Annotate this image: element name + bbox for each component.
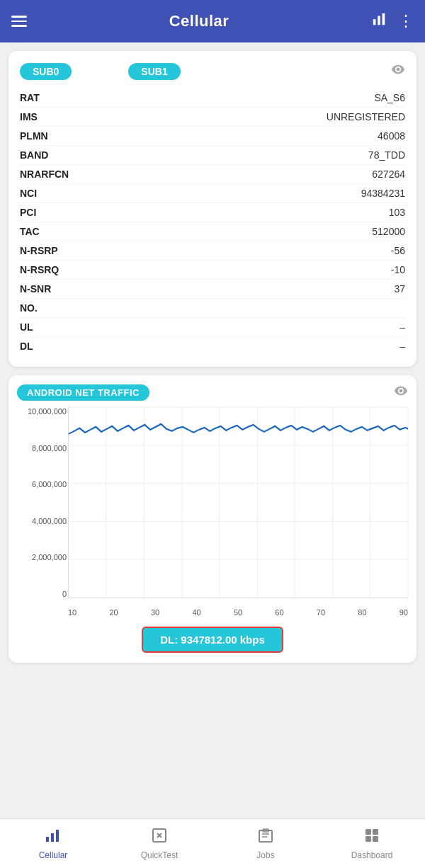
chart-title-badge: ANDROID NET TRAFFIC (17, 384, 149, 401)
svg-rect-31 (373, 836, 378, 842)
nav-item-cellular[interactable]: Cellular (0, 827, 106, 860)
svg-rect-1 (378, 16, 380, 25)
info-label: RAT (20, 92, 98, 103)
info-label: IMS (20, 111, 98, 122)
y-label-4m: 4,000,000 (32, 517, 67, 525)
svg-rect-19 (51, 833, 54, 842)
info-row: DL – (20, 337, 405, 355)
info-label: NRARFCN (20, 169, 98, 180)
y-label-2m: 2,000,000 (32, 553, 67, 561)
info-value: 103 (98, 207, 405, 218)
chart-y-labels: 10,000,000 8,000,000 6,000,000 4,000,000… (17, 407, 67, 598)
x-label-80: 80 (358, 608, 366, 617)
y-label-8m: 8,000,000 (32, 444, 67, 452)
info-label: UL (20, 321, 98, 333)
info-row: NCI 94384231 (20, 184, 405, 203)
cellular-icon (45, 827, 62, 848)
nav-label-dashboard: Dashboard (351, 850, 393, 860)
dl-badge-container: DL: 9347812.00 kbps (17, 627, 408, 653)
svg-rect-30 (366, 836, 371, 842)
svg-rect-28 (366, 829, 371, 835)
info-row: PCI 103 (20, 203, 405, 222)
chart-area: 10,000,000 8,000,000 6,000,000 4,000,000… (17, 407, 408, 619)
info-row: IMS UNREGISTERED (20, 108, 405, 127)
x-label-60: 60 (275, 608, 283, 617)
bar-chart-icon[interactable] (371, 11, 387, 31)
app-header: Cellular ⋮ (0, 0, 425, 42)
x-label-50: 50 (234, 608, 242, 617)
header-actions: ⋮ (371, 11, 414, 31)
info-label: PCI (20, 207, 98, 218)
nav-label-jobs: Jobs (256, 850, 274, 860)
nav-item-quicktest[interactable]: QuickTest (106, 827, 212, 860)
info-row: PLMN 46008 (20, 127, 405, 146)
info-row: NRARFCN 627264 (20, 165, 405, 184)
sub1-tab[interactable]: SUB1 (128, 63, 180, 80)
sim-info-card: SUB0 SUB1 RAT SA_S6 IMS UNREGISTERED PLM… (8, 51, 416, 367)
chart-x-labels: 10 20 30 40 50 60 70 80 90 (68, 605, 408, 619)
chart-eye-icon[interactable] (394, 384, 408, 401)
nav-item-jobs[interactable]: Jobs (212, 827, 319, 860)
info-row: NO. (20, 299, 405, 318)
chart-plot (68, 407, 408, 598)
info-value: SA_S6 (98, 92, 405, 103)
info-label: DL (20, 341, 98, 352)
info-row: N-RSRQ -10 (20, 261, 405, 280)
info-row: TAC 512000 (20, 222, 405, 241)
info-row: N-SNR 37 (20, 280, 405, 299)
svg-rect-0 (373, 19, 376, 25)
info-value: 94384231 (98, 188, 405, 199)
y-label-10m: 10,000,000 (28, 407, 67, 416)
info-value: – (98, 321, 405, 333)
nav-item-dashboard[interactable]: Dashboard (319, 827, 425, 860)
chart-header: ANDROID NET TRAFFIC (17, 384, 408, 401)
info-row: RAT SA_S6 (20, 88, 405, 108)
sim-tabs-row: SUB0 SUB1 (20, 62, 405, 80)
info-label: PLMN (20, 130, 98, 142)
info-value: 512000 (98, 226, 405, 237)
svg-rect-2 (382, 13, 385, 25)
info-value: UNREGISTERED (98, 111, 405, 122)
svg-rect-29 (373, 829, 378, 835)
info-label: NO. (20, 302, 98, 314)
y-label-0: 0 (62, 590, 67, 598)
info-value: 37 (98, 283, 405, 295)
sim-tabs: SUB0 SUB1 (20, 63, 181, 80)
info-rows: RAT SA_S6 IMS UNREGISTERED PLMN 46008 BA… (20, 88, 405, 355)
dl-badge: DL: 9347812.00 kbps (142, 627, 283, 653)
x-label-30: 30 (151, 608, 159, 617)
info-value: 46008 (98, 130, 405, 142)
info-label: N-SNR (20, 283, 98, 295)
x-label-90: 90 (400, 608, 408, 617)
sub0-tab[interactable]: SUB0 (20, 63, 72, 80)
x-label-70: 70 (317, 608, 325, 617)
info-value: -56 (98, 245, 405, 256)
chart-card: ANDROID NET TRAFFIC 10,000,000 8,000,000… (8, 375, 416, 663)
info-label: NCI (20, 188, 98, 199)
jobs-icon (257, 827, 274, 848)
svg-rect-18 (46, 837, 49, 842)
more-vert-icon[interactable]: ⋮ (398, 12, 414, 30)
chart-svg (69, 407, 408, 598)
info-value: – (98, 341, 405, 352)
quicktest-icon (151, 827, 168, 848)
info-row: N-RSRP -56 (20, 241, 405, 261)
nav-label-cellular: Cellular (39, 850, 68, 860)
info-label: N-RSRQ (20, 264, 98, 275)
info-row: UL – (20, 318, 405, 337)
nav-label-quicktest: QuickTest (141, 850, 178, 860)
main-content: SUB0 SUB1 RAT SA_S6 IMS UNREGISTERED PLM… (0, 42, 425, 818)
info-value: 627264 (98, 169, 405, 180)
page-title: Cellular (169, 12, 230, 30)
menu-icon[interactable] (11, 16, 27, 27)
info-label: BAND (20, 149, 98, 161)
info-value: -10 (98, 264, 405, 275)
info-value: 78_TDD (98, 149, 405, 161)
sim-eye-icon[interactable] (391, 62, 405, 80)
y-label-6m: 6,000,000 (32, 480, 67, 489)
info-label: N-RSRP (20, 245, 98, 256)
bottom-nav: Cellular QuickTest Jobs Dashboard (0, 818, 425, 868)
info-row: BAND 78_TDD (20, 146, 405, 165)
svg-rect-20 (56, 830, 59, 842)
dashboard-icon (363, 827, 380, 848)
